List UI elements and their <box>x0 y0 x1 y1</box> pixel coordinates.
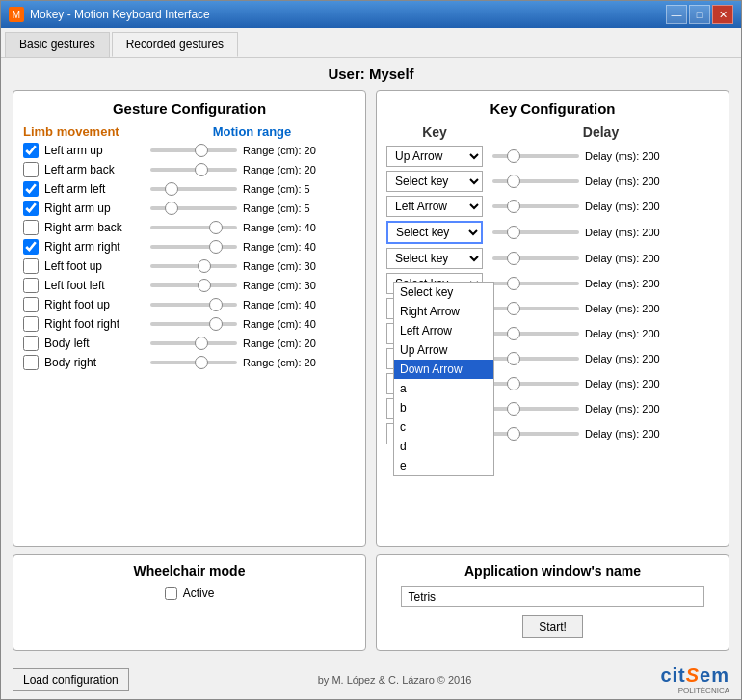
gesture-label-9: Right foot right <box>44 317 150 331</box>
delay-label-0: Delay (ms): 200 <box>585 150 660 162</box>
delay-slider-3[interactable] <box>492 230 579 234</box>
range-slider-10[interactable] <box>150 341 237 345</box>
active-checkbox[interactable] <box>165 587 177 600</box>
key-col-headers: Key Delay <box>386 124 719 140</box>
key-slider-container-7: Delay (ms): 200 <box>492 328 719 339</box>
gesture-label-7: Left foot left <box>44 279 150 292</box>
delay-slider-11[interactable] <box>492 432 579 436</box>
logo-s: S <box>686 664 700 686</box>
gesture-checkbox-3[interactable] <box>23 201 39 216</box>
delay-slider-5[interactable] <box>492 282 579 285</box>
delay-slider-10[interactable] <box>492 407 579 411</box>
gesture-checkbox-11[interactable] <box>23 355 39 370</box>
key-select-3[interactable]: Select key <box>386 221 483 244</box>
dropdown-item-c[interactable]: c <box>394 417 493 437</box>
gesture-checkbox-5[interactable] <box>23 239 39 255</box>
range-slider-3[interactable] <box>150 206 237 210</box>
range-slider-6[interactable] <box>150 264 237 268</box>
range-label-11: Range (cm): 20 <box>243 357 316 368</box>
title-controls: — □ ✕ <box>666 5 733 24</box>
gesture-row: Left foot up Range (cm): 30 <box>23 258 356 274</box>
range-slider-4[interactable] <box>150 226 237 229</box>
range-slider-5[interactable] <box>150 245 237 249</box>
tab-basic-gestures[interactable]: Basic gestures <box>5 32 110 57</box>
range-slider-11[interactable] <box>150 361 237 364</box>
gesture-row: Body right Range (cm): 20 <box>23 355 356 370</box>
gesture-checkbox-4[interactable] <box>23 220 39 235</box>
slider-container-2: Range (cm): 5 <box>150 183 356 195</box>
key-dropdown-open: Select key Right Arrow Left Arrow Up Arr… <box>393 282 494 476</box>
key-select-0[interactable]: Up Arrow <box>386 146 483 167</box>
key-row-2: Left Arrow Delay (ms): 200 <box>386 196 719 217</box>
gesture-checkbox-6[interactable] <box>23 258 39 274</box>
maximize-button[interactable]: □ <box>689 5 710 24</box>
range-label-7: Range (cm): 30 <box>243 280 316 291</box>
key-select-1[interactable]: Select key <box>386 171 483 192</box>
app-window-panel: Application window's name Start! <box>376 554 729 651</box>
minimize-button[interactable]: — <box>666 5 687 24</box>
wheelchair-title: Wheelchair mode <box>134 563 246 579</box>
slider-container-3: Range (cm): 5 <box>150 202 356 214</box>
delay-label-8: Delay (ms): 200 <box>585 353 660 364</box>
delay-slider-1[interactable] <box>492 179 579 183</box>
gesture-checkbox-7[interactable] <box>23 278 39 293</box>
key-row-0: Up Arrow Delay (ms): 200 <box>386 146 719 167</box>
gesture-checkbox-8[interactable] <box>23 297 39 312</box>
delay-slider-2[interactable] <box>492 204 579 208</box>
dropdown-item-uparrow[interactable]: Up Arrow <box>394 340 493 360</box>
range-slider-2[interactable] <box>150 187 237 191</box>
range-slider-0[interactable] <box>150 148 237 152</box>
tab-recorded-gestures[interactable]: Recorded gestures <box>112 32 238 57</box>
slider-container-10: Range (cm): 20 <box>150 337 356 349</box>
delay-slider-7[interactable] <box>492 332 579 336</box>
key-select-2[interactable]: Left Arrow <box>386 196 483 217</box>
logo-cit: cit <box>660 664 685 686</box>
user-name: Myself <box>369 66 414 82</box>
delay-label-10: Delay (ms): 200 <box>585 403 660 415</box>
key-slider-container-0: Delay (ms): 200 <box>492 150 719 162</box>
gesture-row: Left arm left Range (cm): 5 <box>23 181 356 197</box>
delay-slider-4[interactable] <box>492 256 579 260</box>
delay-slider-9[interactable] <box>492 382 579 386</box>
range-label-3: Range (cm): 5 <box>243 202 310 214</box>
gesture-checkbox-1[interactable] <box>23 162 39 177</box>
dropdown-scroll: Select key Right Arrow Left Arrow Up Arr… <box>394 283 493 475</box>
gesture-checkbox-10[interactable] <box>23 336 39 351</box>
delay-slider-0[interactable] <box>492 154 579 158</box>
gesture-checkbox-0[interactable] <box>23 143 39 158</box>
dropdown-item-rightarrow[interactable]: Right Arrow <box>394 302 493 321</box>
dropdown-item-d[interactable]: d <box>394 437 493 456</box>
key-row-1: Select key Delay (ms): 200 <box>386 171 719 192</box>
close-button[interactable]: ✕ <box>712 5 733 24</box>
dropdown-item-selectkey[interactable]: Select key <box>394 283 493 302</box>
start-button[interactable]: Start! <box>522 615 583 638</box>
tab-bar: Basic gestures Recorded gestures <box>1 28 741 58</box>
key-slider-container-4: Delay (ms): 200 <box>492 253 719 264</box>
active-label: Active <box>183 586 215 600</box>
key-select-4[interactable]: Select key <box>386 248 483 269</box>
gesture-checkbox-2[interactable] <box>23 181 39 197</box>
range-slider-1[interactable] <box>150 168 237 172</box>
key-config-title: Key Configuration <box>386 100 719 117</box>
dropdown-item-leftarrow[interactable]: Left Arrow <box>394 321 493 340</box>
dropdown-item-b[interactable]: b <box>394 398 493 417</box>
user-line: User: Myself <box>13 66 729 82</box>
dropdown-item-e[interactable]: e <box>394 456 493 475</box>
range-slider-8[interactable] <box>150 303 237 307</box>
citsem-logo: citSem <box>660 664 729 687</box>
dropdown-item-downarrow[interactable]: Down Arrow <box>394 360 493 379</box>
load-config-button[interactable]: Load configuration <box>13 668 129 691</box>
delay-slider-6[interactable] <box>492 307 579 310</box>
gesture-label-11: Body right <box>44 356 150 369</box>
gesture-label-10: Body left <box>44 337 150 350</box>
delay-slider-8[interactable] <box>492 357 579 361</box>
gesture-row: Left foot left Range (cm): 30 <box>23 278 356 293</box>
app-name-input[interactable] <box>401 586 703 607</box>
range-slider-9[interactable] <box>150 322 237 326</box>
gesture-checkbox-9[interactable] <box>23 316 39 332</box>
range-slider-7[interactable] <box>150 283 237 287</box>
delay-label-11: Delay (ms): 200 <box>585 428 660 440</box>
slider-container-5: Range (cm): 40 <box>150 241 356 253</box>
dropdown-item-a[interactable]: a <box>394 379 493 398</box>
slider-container-11: Range (cm): 20 <box>150 357 356 368</box>
